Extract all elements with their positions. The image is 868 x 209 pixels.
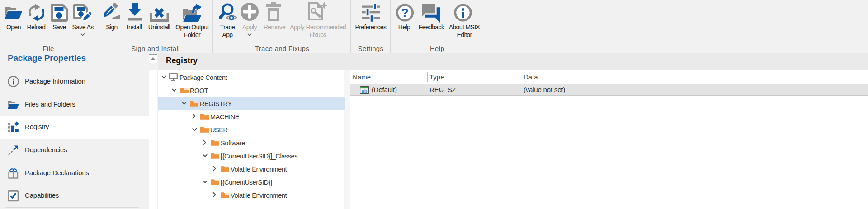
- svg-text:?: ?: [401, 6, 409, 19]
- svg-text:ab: ab: [362, 88, 367, 93]
